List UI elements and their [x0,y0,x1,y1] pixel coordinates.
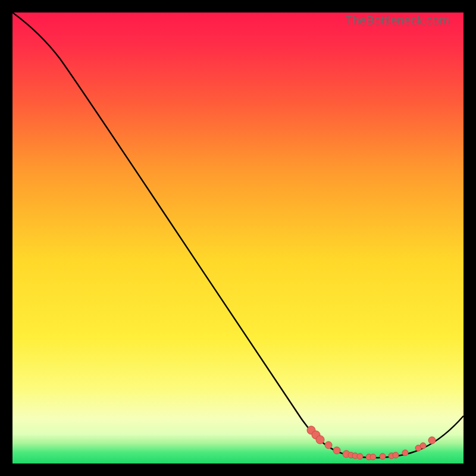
bottleneck-curve [12,12,464,458]
marker-group [307,426,436,460]
marker [402,450,408,456]
marker [325,441,332,449]
marker [357,453,363,459]
marker [333,447,340,454]
curve-layer [12,12,464,464]
chart-stage: TheBottleneck.com [0,0,476,476]
marker [428,437,436,444]
marker [393,452,399,458]
marker [370,454,376,460]
marker [380,453,386,459]
plot-area: TheBottleneck.com [12,12,464,464]
marker [420,443,426,449]
marker [316,436,324,444]
